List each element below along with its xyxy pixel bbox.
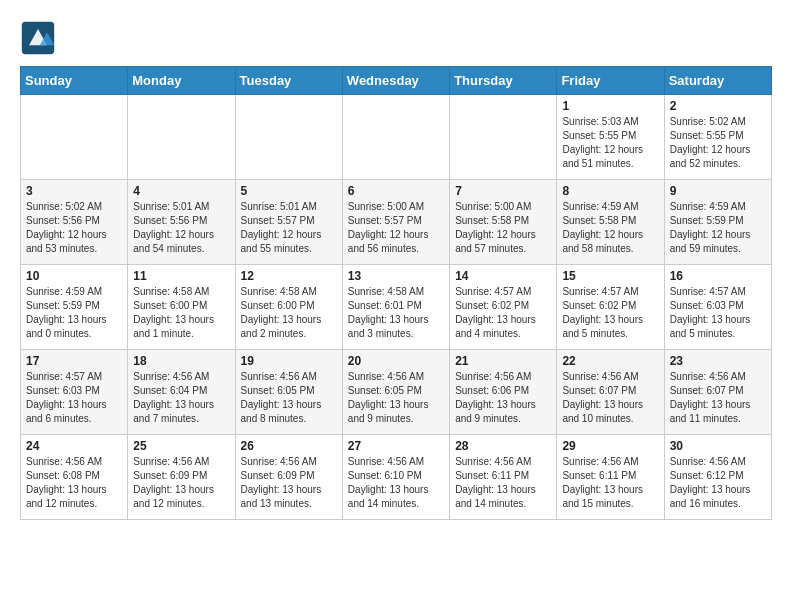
day-info: Sunrise: 5:00 AM Sunset: 5:57 PM Dayligh… — [348, 200, 444, 256]
day-info: Sunrise: 4:56 AM Sunset: 6:09 PM Dayligh… — [133, 455, 229, 511]
calendar-cell: 1Sunrise: 5:03 AM Sunset: 5:55 PM Daylig… — [557, 95, 664, 180]
day-info: Sunrise: 5:03 AM Sunset: 5:55 PM Dayligh… — [562, 115, 658, 171]
logo-icon — [20, 20, 56, 56]
day-number: 12 — [241, 269, 337, 283]
day-number: 24 — [26, 439, 122, 453]
calendar-cell: 9Sunrise: 4:59 AM Sunset: 5:59 PM Daylig… — [664, 180, 771, 265]
day-info: Sunrise: 5:01 AM Sunset: 5:57 PM Dayligh… — [241, 200, 337, 256]
day-number: 7 — [455, 184, 551, 198]
calendar-cell: 16Sunrise: 4:57 AM Sunset: 6:03 PM Dayli… — [664, 265, 771, 350]
calendar-cell — [235, 95, 342, 180]
calendar-cell: 23Sunrise: 4:56 AM Sunset: 6:07 PM Dayli… — [664, 350, 771, 435]
day-info: Sunrise: 5:02 AM Sunset: 5:55 PM Dayligh… — [670, 115, 766, 171]
calendar-week-row: 3Sunrise: 5:02 AM Sunset: 5:56 PM Daylig… — [21, 180, 772, 265]
calendar-body: 1Sunrise: 5:03 AM Sunset: 5:55 PM Daylig… — [21, 95, 772, 520]
weekday-header-tuesday: Tuesday — [235, 67, 342, 95]
day-info: Sunrise: 4:59 AM Sunset: 5:59 PM Dayligh… — [670, 200, 766, 256]
weekday-header-row: SundayMondayTuesdayWednesdayThursdayFrid… — [21, 67, 772, 95]
day-number: 30 — [670, 439, 766, 453]
calendar-cell: 28Sunrise: 4:56 AM Sunset: 6:11 PM Dayli… — [450, 435, 557, 520]
calendar-week-row: 10Sunrise: 4:59 AM Sunset: 5:59 PM Dayli… — [21, 265, 772, 350]
day-number: 19 — [241, 354, 337, 368]
calendar-header: SundayMondayTuesdayWednesdayThursdayFrid… — [21, 67, 772, 95]
day-info: Sunrise: 4:56 AM Sunset: 6:07 PM Dayligh… — [670, 370, 766, 426]
logo — [20, 20, 60, 56]
weekday-header-friday: Friday — [557, 67, 664, 95]
day-number: 18 — [133, 354, 229, 368]
day-info: Sunrise: 4:56 AM Sunset: 6:06 PM Dayligh… — [455, 370, 551, 426]
day-info: Sunrise: 4:58 AM Sunset: 6:00 PM Dayligh… — [133, 285, 229, 341]
day-info: Sunrise: 4:56 AM Sunset: 6:12 PM Dayligh… — [670, 455, 766, 511]
day-info: Sunrise: 4:59 AM Sunset: 5:58 PM Dayligh… — [562, 200, 658, 256]
day-number: 6 — [348, 184, 444, 198]
calendar-cell — [342, 95, 449, 180]
day-number: 22 — [562, 354, 658, 368]
day-info: Sunrise: 4:56 AM Sunset: 6:10 PM Dayligh… — [348, 455, 444, 511]
calendar-cell: 15Sunrise: 4:57 AM Sunset: 6:02 PM Dayli… — [557, 265, 664, 350]
calendar-cell: 18Sunrise: 4:56 AM Sunset: 6:04 PM Dayli… — [128, 350, 235, 435]
calendar-cell: 7Sunrise: 5:00 AM Sunset: 5:58 PM Daylig… — [450, 180, 557, 265]
day-number: 20 — [348, 354, 444, 368]
calendar-cell: 20Sunrise: 4:56 AM Sunset: 6:05 PM Dayli… — [342, 350, 449, 435]
calendar-cell: 3Sunrise: 5:02 AM Sunset: 5:56 PM Daylig… — [21, 180, 128, 265]
day-number: 25 — [133, 439, 229, 453]
day-number: 10 — [26, 269, 122, 283]
day-info: Sunrise: 4:56 AM Sunset: 6:04 PM Dayligh… — [133, 370, 229, 426]
day-info: Sunrise: 4:56 AM Sunset: 6:05 PM Dayligh… — [241, 370, 337, 426]
day-number: 3 — [26, 184, 122, 198]
day-number: 15 — [562, 269, 658, 283]
weekday-header-wednesday: Wednesday — [342, 67, 449, 95]
day-number: 28 — [455, 439, 551, 453]
calendar-cell: 17Sunrise: 4:57 AM Sunset: 6:03 PM Dayli… — [21, 350, 128, 435]
day-number: 21 — [455, 354, 551, 368]
weekday-header-saturday: Saturday — [664, 67, 771, 95]
day-info: Sunrise: 4:59 AM Sunset: 5:59 PM Dayligh… — [26, 285, 122, 341]
calendar-cell: 25Sunrise: 4:56 AM Sunset: 6:09 PM Dayli… — [128, 435, 235, 520]
calendar-week-row: 24Sunrise: 4:56 AM Sunset: 6:08 PM Dayli… — [21, 435, 772, 520]
day-number: 16 — [670, 269, 766, 283]
day-info: Sunrise: 4:57 AM Sunset: 6:02 PM Dayligh… — [455, 285, 551, 341]
calendar-cell — [21, 95, 128, 180]
calendar-cell: 19Sunrise: 4:56 AM Sunset: 6:05 PM Dayli… — [235, 350, 342, 435]
calendar-week-row: 17Sunrise: 4:57 AM Sunset: 6:03 PM Dayli… — [21, 350, 772, 435]
calendar-cell: 24Sunrise: 4:56 AM Sunset: 6:08 PM Dayli… — [21, 435, 128, 520]
day-info: Sunrise: 4:57 AM Sunset: 6:02 PM Dayligh… — [562, 285, 658, 341]
day-info: Sunrise: 5:00 AM Sunset: 5:58 PM Dayligh… — [455, 200, 551, 256]
day-info: Sunrise: 4:57 AM Sunset: 6:03 PM Dayligh… — [670, 285, 766, 341]
day-info: Sunrise: 4:56 AM Sunset: 6:05 PM Dayligh… — [348, 370, 444, 426]
day-info: Sunrise: 4:57 AM Sunset: 6:03 PM Dayligh… — [26, 370, 122, 426]
day-number: 11 — [133, 269, 229, 283]
calendar-cell: 8Sunrise: 4:59 AM Sunset: 5:58 PM Daylig… — [557, 180, 664, 265]
calendar-table: SundayMondayTuesdayWednesdayThursdayFrid… — [20, 66, 772, 520]
calendar-cell: 29Sunrise: 4:56 AM Sunset: 6:11 PM Dayli… — [557, 435, 664, 520]
calendar-cell: 26Sunrise: 4:56 AM Sunset: 6:09 PM Dayli… — [235, 435, 342, 520]
calendar-cell — [450, 95, 557, 180]
calendar-cell: 10Sunrise: 4:59 AM Sunset: 5:59 PM Dayli… — [21, 265, 128, 350]
day-info: Sunrise: 4:58 AM Sunset: 6:01 PM Dayligh… — [348, 285, 444, 341]
day-info: Sunrise: 4:56 AM Sunset: 6:07 PM Dayligh… — [562, 370, 658, 426]
day-info: Sunrise: 4:56 AM Sunset: 6:11 PM Dayligh… — [562, 455, 658, 511]
calendar-cell: 13Sunrise: 4:58 AM Sunset: 6:01 PM Dayli… — [342, 265, 449, 350]
day-info: Sunrise: 4:56 AM Sunset: 6:11 PM Dayligh… — [455, 455, 551, 511]
calendar-cell: 30Sunrise: 4:56 AM Sunset: 6:12 PM Dayli… — [664, 435, 771, 520]
page-header — [20, 20, 772, 56]
weekday-header-monday: Monday — [128, 67, 235, 95]
day-number: 23 — [670, 354, 766, 368]
day-info: Sunrise: 4:58 AM Sunset: 6:00 PM Dayligh… — [241, 285, 337, 341]
calendar-cell — [128, 95, 235, 180]
calendar-cell: 5Sunrise: 5:01 AM Sunset: 5:57 PM Daylig… — [235, 180, 342, 265]
day-number: 27 — [348, 439, 444, 453]
day-number: 2 — [670, 99, 766, 113]
day-number: 14 — [455, 269, 551, 283]
day-number: 29 — [562, 439, 658, 453]
calendar-cell: 2Sunrise: 5:02 AM Sunset: 5:55 PM Daylig… — [664, 95, 771, 180]
calendar-cell: 14Sunrise: 4:57 AM Sunset: 6:02 PM Dayli… — [450, 265, 557, 350]
day-number: 26 — [241, 439, 337, 453]
calendar-cell: 12Sunrise: 4:58 AM Sunset: 6:00 PM Dayli… — [235, 265, 342, 350]
day-number: 17 — [26, 354, 122, 368]
calendar-cell: 22Sunrise: 4:56 AM Sunset: 6:07 PM Dayli… — [557, 350, 664, 435]
weekday-header-thursday: Thursday — [450, 67, 557, 95]
day-number: 8 — [562, 184, 658, 198]
calendar-cell: 6Sunrise: 5:00 AM Sunset: 5:57 PM Daylig… — [342, 180, 449, 265]
calendar-cell: 4Sunrise: 5:01 AM Sunset: 5:56 PM Daylig… — [128, 180, 235, 265]
